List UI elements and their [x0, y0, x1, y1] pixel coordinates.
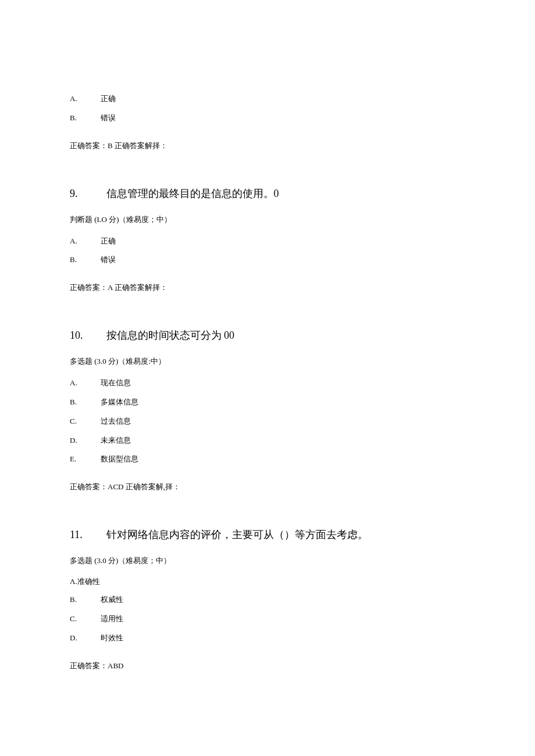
option-text: 正确	[101, 235, 116, 248]
option-row: B. 多媒体信息	[70, 396, 465, 409]
q11-options: B. 权威性 C. 适用性 D. 时效性	[70, 594, 465, 644]
option-text: 数据型信息	[101, 453, 138, 465]
option-text: 错误	[101, 254, 116, 266]
option-letter: A.	[70, 93, 99, 105]
question-text: 信息管理的最终目的是信息的使用。0	[106, 188, 279, 199]
q11-option-a-plain: Λ.准确性	[70, 576, 465, 587]
option-letter: B.	[70, 594, 99, 606]
q8-answer: 正确答案：B 正确答案解择：	[70, 141, 465, 151]
q11-meta: 多选题 (3.0 分)（难易度；中）	[70, 556, 465, 566]
option-row: A. 正确	[70, 93, 465, 105]
option-row: A. 现在信息	[70, 377, 465, 389]
q10-title: 10. 按信息的时间状态可分为 00	[70, 328, 465, 343]
option-letter: C.	[70, 613, 99, 625]
option-letter: B.	[70, 254, 99, 266]
question-number: 9.	[70, 186, 104, 202]
option-text: 多媒体信息	[101, 396, 138, 409]
option-letter: B.	[70, 112, 99, 124]
q8-options: A. 正确 B. 错误	[70, 93, 465, 124]
option-row: C. 过去信息	[70, 415, 465, 428]
question-text: 按信息的时间状态可分为 00	[106, 329, 235, 341]
q11-answer: 正确答案：ABD	[70, 661, 465, 671]
option-letter: C.	[70, 415, 99, 428]
option-text: 错误	[101, 112, 116, 124]
option-text: 过去信息	[101, 415, 131, 428]
option-text: 时效性	[101, 632, 123, 644]
question-text: 针对网络信息内容的评价，主要可从（）等方面去考虑。	[106, 529, 368, 540]
question-number: 10.	[70, 328, 104, 343]
option-letter: E.	[70, 453, 99, 465]
q9-options: A. 正确 B. 错误	[70, 235, 465, 267]
q10-meta: 多选题 (3.0 分)（难易度:中）	[70, 356, 465, 367]
option-letter: D.	[70, 632, 99, 644]
option-row: E. 数据型信息	[70, 453, 465, 465]
option-letter: A.	[70, 235, 99, 248]
option-letter: D.	[70, 435, 99, 447]
option-row: B. 权威性	[70, 594, 465, 606]
q9-title: 9. 信息管理的最终目的是信息的使用。0	[70, 186, 465, 202]
option-text: 权威性	[101, 594, 123, 606]
option-row: D. 时效性	[70, 632, 465, 644]
document-page: A. 正确 B. 错误 正确答案：B 正确答案解择： 9. 信息管理的最终目的是…	[0, 0, 535, 741]
option-text: 正确	[101, 93, 116, 105]
q11-title: 11. 针对网络信息内容的评价，主要可从（）等方面去考虑。	[70, 527, 465, 543]
option-row: A. 正确	[70, 235, 465, 248]
option-row: D. 未来信息	[70, 435, 465, 447]
q10-answer: 正确答案：ACD 正确答案解,择：	[70, 482, 465, 492]
option-row: B. 错误	[70, 112, 465, 124]
q9-answer: 正确答案：A 正确答案解择：	[70, 282, 465, 293]
option-text: 适用性	[101, 613, 123, 625]
option-letter: B.	[70, 396, 99, 409]
question-number: 11.	[70, 527, 104, 543]
option-row: B. 错误	[70, 254, 465, 266]
q9-meta: 判断题 (LO 分)（难易度；中）	[70, 214, 465, 225]
option-letter: A.	[70, 377, 99, 389]
option-text: 现在信息	[101, 377, 131, 389]
option-row: C. 适用性	[70, 613, 465, 625]
option-text: 未来信息	[101, 435, 131, 447]
q10-options: A. 现在信息 B. 多媒体信息 C. 过去信息 D. 未来信息 E. 数据型信…	[70, 377, 465, 465]
